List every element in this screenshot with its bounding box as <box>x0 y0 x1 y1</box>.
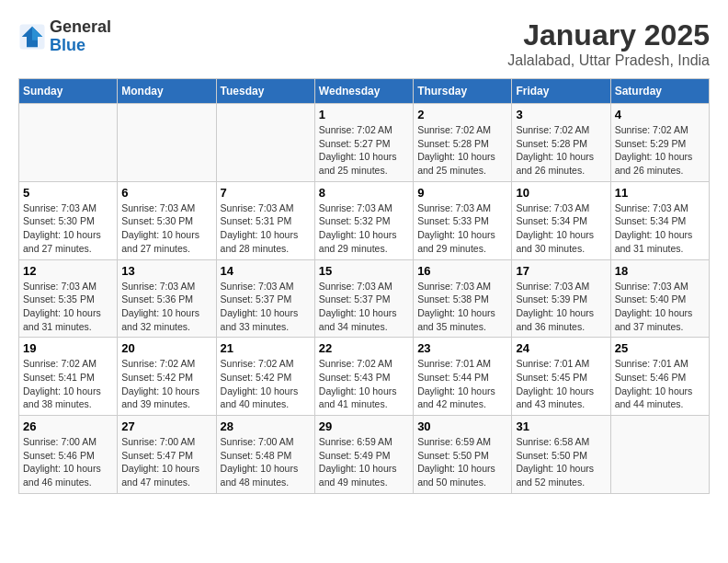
day-cell: 25Sunrise: 7:01 AM Sunset: 5:46 PM Dayli… <box>610 338 709 416</box>
day-number: 13 <box>121 264 211 278</box>
day-cell: 10Sunrise: 7:03 AM Sunset: 5:34 PM Dayli… <box>512 181 610 259</box>
logo-blue-text: Blue <box>50 37 111 55</box>
day-cell: 28Sunrise: 7:00 AM Sunset: 5:48 PM Dayli… <box>216 416 314 494</box>
day-info: Sunrise: 7:00 AM Sunset: 5:46 PM Dayligh… <box>23 435 113 489</box>
day-cell: 6Sunrise: 7:03 AM Sunset: 5:30 PM Daylig… <box>118 181 216 259</box>
day-cell: 23Sunrise: 7:01 AM Sunset: 5:44 PM Dayli… <box>414 338 512 416</box>
day-cell: 14Sunrise: 7:03 AM Sunset: 5:37 PM Dayli… <box>216 259 314 338</box>
day-number: 26 <box>23 419 113 433</box>
day-number: 30 <box>417 419 507 433</box>
day-info: Sunrise: 7:02 AM Sunset: 5:27 PM Dayligh… <box>319 123 409 178</box>
day-info: Sunrise: 7:03 AM Sunset: 5:38 PM Dayligh… <box>417 280 507 334</box>
day-info: Sunrise: 6:59 AM Sunset: 5:50 PM Dayligh… <box>417 435 507 489</box>
day-cell: 16Sunrise: 7:03 AM Sunset: 5:38 PM Dayli… <box>414 259 512 338</box>
day-cell: 7Sunrise: 7:03 AM Sunset: 5:31 PM Daylig… <box>216 181 314 259</box>
day-cell: 22Sunrise: 7:02 AM Sunset: 5:43 PM Dayli… <box>314 338 413 416</box>
day-number: 14 <box>221 264 311 278</box>
day-number: 19 <box>23 341 113 355</box>
day-cell: 19Sunrise: 7:02 AM Sunset: 5:41 PM Dayli… <box>19 338 118 416</box>
day-info: Sunrise: 7:03 AM Sunset: 5:35 PM Dayligh… <box>23 280 113 334</box>
day-number: 5 <box>23 186 113 200</box>
title-block: January 2025 Jalalabad, Uttar Pradesh, I… <box>507 18 710 69</box>
day-number: 8 <box>319 186 409 200</box>
day-cell: 29Sunrise: 6:59 AM Sunset: 5:49 PM Dayli… <box>314 416 413 494</box>
day-number: 11 <box>615 186 705 200</box>
day-info: Sunrise: 7:02 AM Sunset: 5:42 PM Dayligh… <box>121 357 211 411</box>
day-info: Sunrise: 7:03 AM Sunset: 5:34 PM Dayligh… <box>615 201 705 256</box>
calendar-table: SundayMondayTuesdayWednesdayThursdayFrid… <box>18 78 710 494</box>
page-header: General Blue January 2025 Jalalabad, Utt… <box>18 18 710 69</box>
col-header-wednesday: Wednesday <box>314 79 413 104</box>
day-info: Sunrise: 7:03 AM Sunset: 5:37 PM Dayligh… <box>319 280 409 334</box>
day-info: Sunrise: 7:03 AM Sunset: 5:30 PM Dayligh… <box>121 201 211 256</box>
col-header-saturday: Saturday <box>610 79 709 104</box>
col-header-friday: Friday <box>512 79 610 104</box>
day-number: 15 <box>319 264 409 278</box>
day-number: 27 <box>121 419 211 433</box>
day-info: Sunrise: 7:03 AM Sunset: 5:30 PM Dayligh… <box>23 201 113 256</box>
logo-text: General Blue <box>50 18 111 55</box>
day-number: 31 <box>516 419 606 433</box>
day-info: Sunrise: 7:03 AM Sunset: 5:32 PM Dayligh… <box>319 201 409 256</box>
day-number: 10 <box>516 186 606 200</box>
col-header-sunday: Sunday <box>19 79 118 104</box>
day-number: 23 <box>417 341 507 355</box>
day-number: 4 <box>615 108 705 121</box>
day-number: 7 <box>221 186 311 200</box>
day-cell <box>610 416 709 494</box>
day-cell <box>118 104 216 182</box>
day-info: Sunrise: 7:03 AM Sunset: 5:40 PM Dayligh… <box>615 280 705 334</box>
day-info: Sunrise: 7:02 AM Sunset: 5:28 PM Dayligh… <box>417 123 507 178</box>
day-cell: 15Sunrise: 7:03 AM Sunset: 5:37 PM Dayli… <box>314 259 413 338</box>
logo-icon <box>18 23 46 51</box>
day-cell: 18Sunrise: 7:03 AM Sunset: 5:40 PM Dayli… <box>610 259 709 338</box>
page-title: January 2025 <box>507 18 710 52</box>
col-header-tuesday: Tuesday <box>216 79 314 104</box>
day-cell: 30Sunrise: 6:59 AM Sunset: 5:50 PM Dayli… <box>414 416 512 494</box>
day-number: 2 <box>417 108 507 121</box>
logo-general-text: General <box>50 18 111 37</box>
day-info: Sunrise: 7:00 AM Sunset: 5:47 PM Dayligh… <box>121 435 211 489</box>
day-cell: 12Sunrise: 7:03 AM Sunset: 5:35 PM Dayli… <box>19 259 118 338</box>
day-info: Sunrise: 7:01 AM Sunset: 5:44 PM Dayligh… <box>417 357 507 411</box>
day-number: 21 <box>221 341 311 355</box>
day-number: 17 <box>516 264 606 278</box>
day-info: Sunrise: 7:02 AM Sunset: 5:41 PM Dayligh… <box>23 357 113 411</box>
day-cell: 13Sunrise: 7:03 AM Sunset: 5:36 PM Dayli… <box>118 259 216 338</box>
day-cell: 27Sunrise: 7:00 AM Sunset: 5:47 PM Dayli… <box>118 416 216 494</box>
day-info: Sunrise: 6:59 AM Sunset: 5:49 PM Dayligh… <box>319 435 409 489</box>
day-number: 24 <box>516 341 606 355</box>
day-cell: 5Sunrise: 7:03 AM Sunset: 5:30 PM Daylig… <box>19 181 118 259</box>
day-number: 29 <box>319 419 409 433</box>
day-cell: 1Sunrise: 7:02 AM Sunset: 5:27 PM Daylig… <box>314 104 413 182</box>
day-info: Sunrise: 7:03 AM Sunset: 5:31 PM Dayligh… <box>221 201 311 256</box>
day-number: 18 <box>615 264 705 278</box>
day-info: Sunrise: 7:03 AM Sunset: 5:39 PM Dayligh… <box>516 280 606 334</box>
day-info: Sunrise: 7:03 AM Sunset: 5:34 PM Dayligh… <box>516 201 606 256</box>
day-cell: 21Sunrise: 7:02 AM Sunset: 5:42 PM Dayli… <box>216 338 314 416</box>
day-cell: 11Sunrise: 7:03 AM Sunset: 5:34 PM Dayli… <box>610 181 709 259</box>
day-info: Sunrise: 7:02 AM Sunset: 5:28 PM Dayligh… <box>516 123 606 178</box>
day-cell: 9Sunrise: 7:03 AM Sunset: 5:33 PM Daylig… <box>414 181 512 259</box>
day-number: 25 <box>615 341 705 355</box>
day-info: Sunrise: 7:01 AM Sunset: 5:45 PM Dayligh… <box>516 357 606 411</box>
day-number: 20 <box>121 341 211 355</box>
week-row-1: 1Sunrise: 7:02 AM Sunset: 5:27 PM Daylig… <box>19 104 710 182</box>
day-number: 3 <box>516 108 606 121</box>
day-info: Sunrise: 7:02 AM Sunset: 5:43 PM Dayligh… <box>319 357 409 411</box>
day-info: Sunrise: 7:01 AM Sunset: 5:46 PM Dayligh… <box>615 357 705 411</box>
day-number: 22 <box>319 341 409 355</box>
day-info: Sunrise: 7:02 AM Sunset: 5:29 PM Dayligh… <box>615 123 705 178</box>
day-number: 16 <box>417 264 507 278</box>
week-row-4: 19Sunrise: 7:02 AM Sunset: 5:41 PM Dayli… <box>19 338 710 416</box>
day-info: Sunrise: 6:58 AM Sunset: 5:50 PM Dayligh… <box>516 435 606 489</box>
day-info: Sunrise: 7:03 AM Sunset: 5:33 PM Dayligh… <box>417 201 507 256</box>
week-row-3: 12Sunrise: 7:03 AM Sunset: 5:35 PM Dayli… <box>19 259 710 338</box>
day-cell: 3Sunrise: 7:02 AM Sunset: 5:28 PM Daylig… <box>512 104 610 182</box>
day-number: 12 <box>23 264 113 278</box>
day-cell: 17Sunrise: 7:03 AM Sunset: 5:39 PM Dayli… <box>512 259 610 338</box>
day-cell: 8Sunrise: 7:03 AM Sunset: 5:32 PM Daylig… <box>314 181 413 259</box>
col-header-thursday: Thursday <box>414 79 512 104</box>
day-cell: 31Sunrise: 6:58 AM Sunset: 5:50 PM Dayli… <box>512 416 610 494</box>
day-cell <box>216 104 314 182</box>
